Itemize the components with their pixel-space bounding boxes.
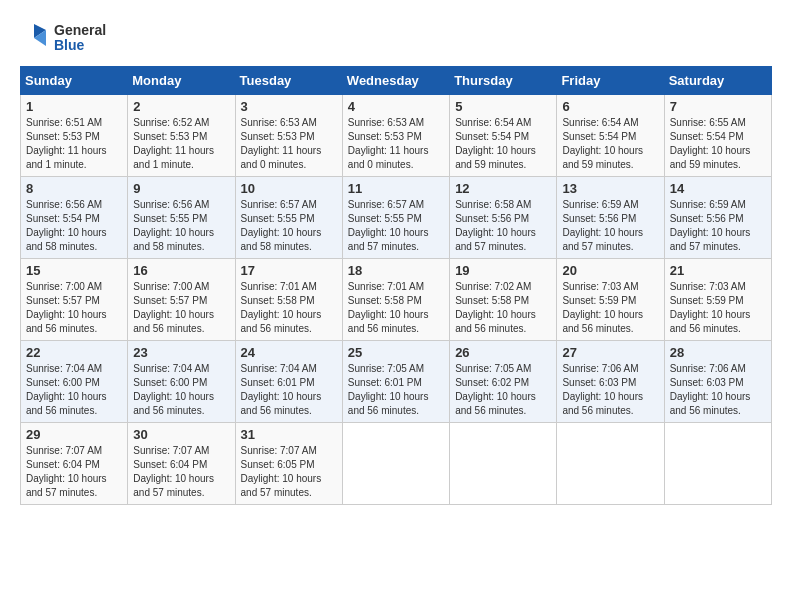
day-detail: Sunrise: 7:00 AMSunset: 5:57 PMDaylight:… <box>133 281 214 334</box>
day-number: 20 <box>562 263 658 278</box>
day-number: 21 <box>670 263 766 278</box>
day-detail: Sunrise: 7:07 AMSunset: 6:05 PMDaylight:… <box>241 445 322 498</box>
calendar-table: SundayMondayTuesdayWednesdayThursdayFrid… <box>20 66 772 505</box>
calendar-cell: 14 Sunrise: 6:59 AMSunset: 5:56 PMDaylig… <box>664 177 771 259</box>
calendar-cell <box>450 423 557 505</box>
day-number: 5 <box>455 99 551 114</box>
header-day-monday: Monday <box>128 67 235 95</box>
calendar-cell: 21 Sunrise: 7:03 AMSunset: 5:59 PMDaylig… <box>664 259 771 341</box>
calendar-cell: 26 Sunrise: 7:05 AMSunset: 6:02 PMDaylig… <box>450 341 557 423</box>
day-detail: Sunrise: 7:03 AMSunset: 5:59 PMDaylight:… <box>670 281 751 334</box>
day-detail: Sunrise: 7:04 AMSunset: 6:00 PMDaylight:… <box>26 363 107 416</box>
page-header: General Blue <box>20 20 772 56</box>
day-number: 18 <box>348 263 444 278</box>
calendar-header-row: SundayMondayTuesdayWednesdayThursdayFrid… <box>21 67 772 95</box>
calendar-cell: 28 Sunrise: 7:06 AMSunset: 6:03 PMDaylig… <box>664 341 771 423</box>
logo: General Blue <box>20 20 106 56</box>
header-day-sunday: Sunday <box>21 67 128 95</box>
day-number: 6 <box>562 99 658 114</box>
day-number: 23 <box>133 345 229 360</box>
day-number: 17 <box>241 263 337 278</box>
header-day-saturday: Saturday <box>664 67 771 95</box>
day-number: 7 <box>670 99 766 114</box>
calendar-cell: 5 Sunrise: 6:54 AMSunset: 5:54 PMDayligh… <box>450 95 557 177</box>
calendar-week-row: 8 Sunrise: 6:56 AMSunset: 5:54 PMDayligh… <box>21 177 772 259</box>
day-detail: Sunrise: 6:53 AMSunset: 5:53 PMDaylight:… <box>241 117 322 170</box>
calendar-cell: 13 Sunrise: 6:59 AMSunset: 5:56 PMDaylig… <box>557 177 664 259</box>
day-detail: Sunrise: 6:59 AMSunset: 5:56 PMDaylight:… <box>670 199 751 252</box>
calendar-cell <box>664 423 771 505</box>
day-number: 30 <box>133 427 229 442</box>
day-detail: Sunrise: 7:04 AMSunset: 6:01 PMDaylight:… <box>241 363 322 416</box>
day-detail: Sunrise: 7:06 AMSunset: 6:03 PMDaylight:… <box>562 363 643 416</box>
calendar-cell: 15 Sunrise: 7:00 AMSunset: 5:57 PMDaylig… <box>21 259 128 341</box>
day-detail: Sunrise: 6:59 AMSunset: 5:56 PMDaylight:… <box>562 199 643 252</box>
day-detail: Sunrise: 7:05 AMSunset: 6:01 PMDaylight:… <box>348 363 429 416</box>
calendar-cell: 10 Sunrise: 6:57 AMSunset: 5:55 PMDaylig… <box>235 177 342 259</box>
day-detail: Sunrise: 7:00 AMSunset: 5:57 PMDaylight:… <box>26 281 107 334</box>
day-detail: Sunrise: 6:52 AMSunset: 5:53 PMDaylight:… <box>133 117 214 170</box>
calendar-week-row: 15 Sunrise: 7:00 AMSunset: 5:57 PMDaylig… <box>21 259 772 341</box>
calendar-cell: 6 Sunrise: 6:54 AMSunset: 5:54 PMDayligh… <box>557 95 664 177</box>
calendar-cell: 11 Sunrise: 6:57 AMSunset: 5:55 PMDaylig… <box>342 177 449 259</box>
day-detail: Sunrise: 7:05 AMSunset: 6:02 PMDaylight:… <box>455 363 536 416</box>
day-number: 12 <box>455 181 551 196</box>
calendar-cell: 30 Sunrise: 7:07 AMSunset: 6:04 PMDaylig… <box>128 423 235 505</box>
day-number: 31 <box>241 427 337 442</box>
day-number: 4 <box>348 99 444 114</box>
calendar-cell: 16 Sunrise: 7:00 AMSunset: 5:57 PMDaylig… <box>128 259 235 341</box>
day-number: 3 <box>241 99 337 114</box>
day-detail: Sunrise: 6:55 AMSunset: 5:54 PMDaylight:… <box>670 117 751 170</box>
day-number: 10 <box>241 181 337 196</box>
calendar-cell: 3 Sunrise: 6:53 AMSunset: 5:53 PMDayligh… <box>235 95 342 177</box>
day-detail: Sunrise: 6:58 AMSunset: 5:56 PMDaylight:… <box>455 199 536 252</box>
calendar-cell: 17 Sunrise: 7:01 AMSunset: 5:58 PMDaylig… <box>235 259 342 341</box>
day-number: 11 <box>348 181 444 196</box>
calendar-week-row: 22 Sunrise: 7:04 AMSunset: 6:00 PMDaylig… <box>21 341 772 423</box>
day-number: 8 <box>26 181 122 196</box>
day-number: 22 <box>26 345 122 360</box>
day-detail: Sunrise: 7:07 AMSunset: 6:04 PMDaylight:… <box>133 445 214 498</box>
calendar-cell: 31 Sunrise: 7:07 AMSunset: 6:05 PMDaylig… <box>235 423 342 505</box>
day-number: 14 <box>670 181 766 196</box>
day-number: 19 <box>455 263 551 278</box>
day-detail: Sunrise: 6:57 AMSunset: 5:55 PMDaylight:… <box>348 199 429 252</box>
day-detail: Sunrise: 7:01 AMSunset: 5:58 PMDaylight:… <box>241 281 322 334</box>
header-day-tuesday: Tuesday <box>235 67 342 95</box>
calendar-cell: 23 Sunrise: 7:04 AMSunset: 6:00 PMDaylig… <box>128 341 235 423</box>
calendar-cell: 4 Sunrise: 6:53 AMSunset: 5:53 PMDayligh… <box>342 95 449 177</box>
calendar-week-row: 29 Sunrise: 7:07 AMSunset: 6:04 PMDaylig… <box>21 423 772 505</box>
header-day-friday: Friday <box>557 67 664 95</box>
calendar-cell: 18 Sunrise: 7:01 AMSunset: 5:58 PMDaylig… <box>342 259 449 341</box>
day-detail: Sunrise: 6:54 AMSunset: 5:54 PMDaylight:… <box>562 117 643 170</box>
day-number: 25 <box>348 345 444 360</box>
day-number: 16 <box>133 263 229 278</box>
day-number: 15 <box>26 263 122 278</box>
logo-container: General Blue <box>20 20 106 56</box>
header-day-wednesday: Wednesday <box>342 67 449 95</box>
day-detail: Sunrise: 6:53 AMSunset: 5:53 PMDaylight:… <box>348 117 429 170</box>
day-number: 26 <box>455 345 551 360</box>
day-number: 24 <box>241 345 337 360</box>
day-detail: Sunrise: 7:07 AMSunset: 6:04 PMDaylight:… <box>26 445 107 498</box>
day-detail: Sunrise: 7:01 AMSunset: 5:58 PMDaylight:… <box>348 281 429 334</box>
calendar-cell: 22 Sunrise: 7:04 AMSunset: 6:00 PMDaylig… <box>21 341 128 423</box>
calendar-cell: 29 Sunrise: 7:07 AMSunset: 6:04 PMDaylig… <box>21 423 128 505</box>
calendar-cell: 8 Sunrise: 6:56 AMSunset: 5:54 PMDayligh… <box>21 177 128 259</box>
day-number: 13 <box>562 181 658 196</box>
day-detail: Sunrise: 6:54 AMSunset: 5:54 PMDaylight:… <box>455 117 536 170</box>
calendar-cell: 20 Sunrise: 7:03 AMSunset: 5:59 PMDaylig… <box>557 259 664 341</box>
day-detail: Sunrise: 6:56 AMSunset: 5:54 PMDaylight:… <box>26 199 107 252</box>
calendar-cell <box>557 423 664 505</box>
day-detail: Sunrise: 6:57 AMSunset: 5:55 PMDaylight:… <box>241 199 322 252</box>
day-detail: Sunrise: 7:04 AMSunset: 6:00 PMDaylight:… <box>133 363 214 416</box>
day-detail: Sunrise: 7:03 AMSunset: 5:59 PMDaylight:… <box>562 281 643 334</box>
day-number: 2 <box>133 99 229 114</box>
calendar-cell: 7 Sunrise: 6:55 AMSunset: 5:54 PMDayligh… <box>664 95 771 177</box>
logo-graphic-icon <box>20 20 52 56</box>
day-number: 9 <box>133 181 229 196</box>
calendar-cell: 25 Sunrise: 7:05 AMSunset: 6:01 PMDaylig… <box>342 341 449 423</box>
calendar-cell: 27 Sunrise: 7:06 AMSunset: 6:03 PMDaylig… <box>557 341 664 423</box>
day-number: 28 <box>670 345 766 360</box>
day-number: 1 <box>26 99 122 114</box>
